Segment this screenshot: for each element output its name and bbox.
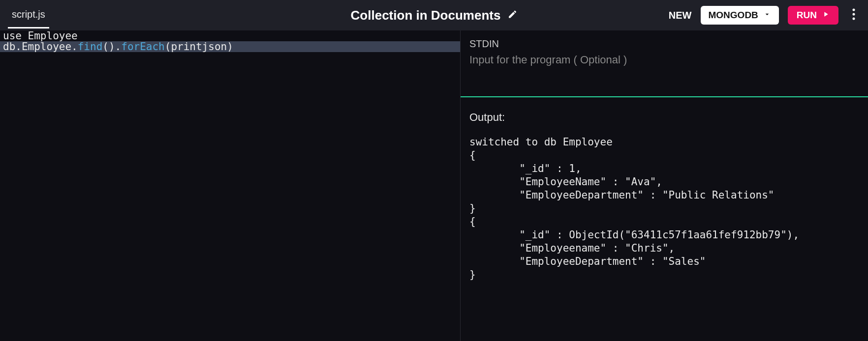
svg-point-0: [853, 9, 855, 11]
stdin-section: STDIN: [461, 30, 868, 97]
title-wrap: Collection in Documents: [351, 8, 518, 23]
run-label: RUN: [797, 10, 817, 21]
workspace: use Employeedb.Employee.find().forEach(p…: [0, 30, 868, 341]
stdin-input[interactable]: [469, 54, 859, 66]
svg-point-1: [853, 13, 855, 16]
svg-point-2: [853, 18, 855, 20]
new-button[interactable]: NEW: [669, 10, 692, 21]
language-select[interactable]: MONGODB: [701, 6, 779, 25]
file-tab[interactable]: script.js: [8, 9, 49, 28]
page-title: Collection in Documents: [351, 8, 501, 23]
right-controls: NEW MONGODB RUN: [669, 5, 860, 25]
play-icon: [822, 10, 830, 21]
topbar: script.js Collection in Documents NEW MO…: [0, 0, 868, 30]
chevron-down-icon: [763, 10, 771, 21]
code-editor[interactable]: use Employeedb.Employee.find().forEach(p…: [0, 30, 460, 341]
more-vertical-icon: [852, 13, 855, 22]
more-menu-button[interactable]: [847, 5, 860, 25]
stdin-label: STDIN: [469, 38, 859, 50]
code-line[interactable]: use Employee: [0, 30, 460, 41]
right-pane: STDIN Output: switched to db Employee { …: [460, 30, 868, 341]
output-section: Output: switched to db Employee { "_id" …: [461, 97, 868, 341]
output-label: Output:: [469, 111, 859, 124]
run-button[interactable]: RUN: [788, 6, 838, 25]
code-line[interactable]: db.Employee.find().forEach(printjson): [0, 41, 460, 52]
output-text: switched to db Employee { "_id" : 1, "Em…: [469, 136, 859, 282]
language-label: MONGODB: [709, 10, 758, 21]
edit-icon[interactable]: [507, 9, 517, 21]
